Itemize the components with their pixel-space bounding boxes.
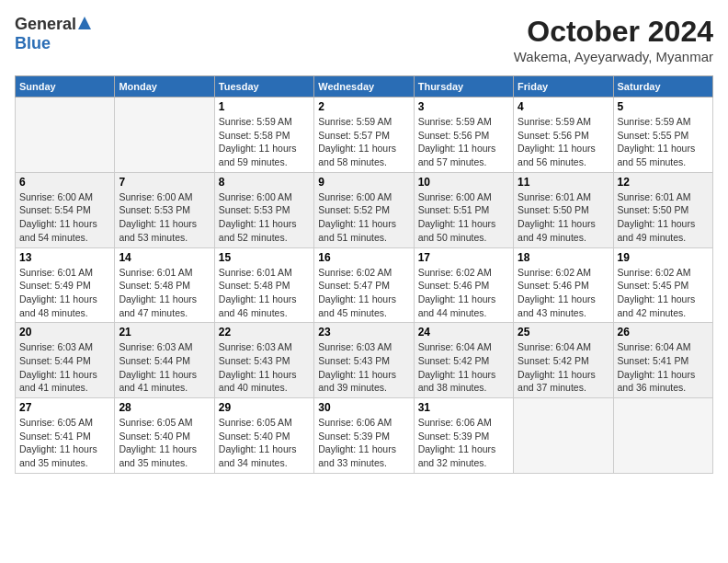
- day-number: 4: [518, 100, 609, 113]
- sunrise: Sunrise: 6:01 AM: [618, 191, 691, 202]
- day-header-thursday: Thursday: [414, 76, 513, 98]
- daylight: Daylight: 11 hours and 58 minutes.: [318, 143, 396, 167]
- sunset: Sunset: 5:44 PM: [119, 355, 190, 366]
- day-number: 5: [618, 100, 709, 113]
- day-info: Sunrise: 5:59 AM Sunset: 5:56 PM Dayligh…: [518, 115, 609, 169]
- day-info: Sunrise: 5:59 AM Sunset: 5:56 PM Dayligh…: [418, 115, 509, 169]
- day-number: 28: [119, 401, 210, 414]
- sunset: Sunset: 5:49 PM: [19, 280, 91, 291]
- day-number: 9: [318, 176, 409, 189]
- sunset: Sunset: 5:57 PM: [318, 130, 390, 141]
- day-number: 1: [219, 100, 310, 113]
- calendar-day-cell: 5 Sunrise: 5:59 AM Sunset: 5:55 PM Dayli…: [613, 98, 712, 173]
- daylight: Daylight: 11 hours and 56 minutes.: [518, 143, 596, 167]
- daylight: Daylight: 11 hours and 32 minutes.: [418, 443, 496, 468]
- sunset: Sunset: 5:45 PM: [618, 280, 689, 291]
- day-number: 3: [418, 100, 509, 113]
- daylight: Daylight: 11 hours and 47 minutes.: [119, 293, 197, 318]
- calendar-day-cell: 9 Sunrise: 6:00 AM Sunset: 5:52 PM Dayli…: [314, 172, 414, 247]
- sunrise: Sunrise: 6:04 AM: [418, 341, 492, 352]
- sunset: Sunset: 5:43 PM: [219, 355, 290, 366]
- sunrise: Sunrise: 5:59 AM: [618, 116, 691, 127]
- sunset: Sunset: 5:46 PM: [418, 280, 490, 291]
- day-header-monday: Monday: [115, 76, 214, 98]
- day-info: Sunrise: 5:59 AM Sunset: 5:57 PM Dayligh…: [318, 115, 409, 169]
- month-title: October 2024: [514, 15, 713, 49]
- calendar-day-cell: 30 Sunrise: 6:06 AM Sunset: 5:39 PM Dayl…: [314, 398, 414, 474]
- sunrise: Sunrise: 6:04 AM: [518, 341, 591, 352]
- sunrise: Sunrise: 6:02 AM: [418, 267, 492, 278]
- calendar-day-cell: 19 Sunrise: 6:02 AM Sunset: 5:45 PM Dayl…: [613, 247, 712, 323]
- day-header-sunday: Sunday: [16, 76, 115, 98]
- day-number: 27: [19, 401, 110, 414]
- logo: General Blue: [15, 15, 91, 53]
- sunrise: Sunrise: 6:05 AM: [19, 417, 93, 428]
- sunrise: Sunrise: 6:06 AM: [418, 417, 492, 428]
- day-number: 10: [418, 176, 509, 189]
- calendar-day-cell: [514, 398, 613, 474]
- day-info: Sunrise: 6:02 AM Sunset: 5:47 PM Dayligh…: [318, 266, 409, 320]
- sunset: Sunset: 5:46 PM: [518, 280, 589, 291]
- daylight: Daylight: 11 hours and 38 minutes.: [418, 369, 496, 394]
- calendar-day-cell: 6 Sunrise: 6:00 AM Sunset: 5:54 PM Dayli…: [16, 172, 115, 247]
- sunrise: Sunrise: 5:59 AM: [518, 116, 591, 127]
- day-info: Sunrise: 6:00 AM Sunset: 5:51 PM Dayligh…: [418, 190, 509, 245]
- sunset: Sunset: 5:53 PM: [119, 204, 190, 215]
- daylight: Daylight: 11 hours and 46 minutes.: [219, 293, 297, 318]
- day-number: 20: [19, 326, 110, 339]
- calendar-day-cell: 23 Sunrise: 6:03 AM Sunset: 5:43 PM Dayl…: [314, 323, 414, 398]
- day-number: 14: [119, 251, 210, 264]
- day-number: 6: [19, 176, 110, 189]
- calendar-header-row: SundayMondayTuesdayWednesdayThursdayFrid…: [16, 76, 713, 98]
- sunrise: Sunrise: 5:59 AM: [219, 116, 292, 127]
- day-info: Sunrise: 6:03 AM Sunset: 5:43 PM Dayligh…: [219, 340, 310, 395]
- sunset: Sunset: 5:41 PM: [618, 355, 689, 366]
- title-block: October 2024 Wakema, Ayeyarwady, Myanmar: [514, 15, 713, 64]
- sunset: Sunset: 5:44 PM: [19, 355, 91, 366]
- sunset: Sunset: 5:50 PM: [618, 204, 689, 215]
- daylight: Daylight: 11 hours and 48 minutes.: [19, 293, 97, 318]
- sunset: Sunset: 5:48 PM: [119, 280, 190, 291]
- calendar-day-cell: [115, 98, 214, 173]
- daylight: Daylight: 11 hours and 35 minutes.: [19, 443, 97, 468]
- day-number: 30: [318, 401, 409, 414]
- calendar-day-cell: 10 Sunrise: 6:00 AM Sunset: 5:51 PM Dayl…: [414, 172, 513, 247]
- sunrise: Sunrise: 6:03 AM: [119, 341, 192, 352]
- daylight: Daylight: 11 hours and 36 minutes.: [618, 369, 696, 394]
- calendar-day-cell: 1 Sunrise: 5:59 AM Sunset: 5:58 PM Dayli…: [214, 98, 313, 173]
- sunrise: Sunrise: 6:02 AM: [618, 267, 691, 278]
- logo-icon: [78, 17, 91, 33]
- sunset: Sunset: 5:39 PM: [318, 431, 390, 442]
- sunset: Sunset: 5:39 PM: [418, 431, 490, 442]
- day-info: Sunrise: 6:01 AM Sunset: 5:50 PM Dayligh…: [618, 190, 709, 245]
- day-number: 29: [219, 401, 310, 414]
- daylight: Daylight: 11 hours and 53 minutes.: [119, 218, 197, 243]
- sunset: Sunset: 5:58 PM: [219, 130, 290, 141]
- daylight: Daylight: 11 hours and 34 minutes.: [219, 443, 297, 468]
- day-header-wednesday: Wednesday: [314, 76, 414, 98]
- calendar-week-row: 27 Sunrise: 6:05 AM Sunset: 5:41 PM Dayl…: [16, 398, 713, 474]
- day-header-saturday: Saturday: [613, 76, 712, 98]
- daylight: Daylight: 11 hours and 41 minutes.: [119, 369, 197, 394]
- day-number: 11: [518, 176, 609, 189]
- day-number: 18: [518, 251, 609, 264]
- location: Wakema, Ayeyarwady, Myanmar: [514, 49, 713, 64]
- page-header: General Blue October 2024 Wakema, Ayeyar…: [15, 15, 713, 64]
- sunset: Sunset: 5:40 PM: [219, 431, 290, 442]
- day-info: Sunrise: 6:03 AM Sunset: 5:44 PM Dayligh…: [119, 340, 210, 395]
- day-number: 12: [618, 176, 709, 189]
- sunset: Sunset: 5:54 PM: [19, 204, 91, 215]
- sunset: Sunset: 5:41 PM: [19, 431, 91, 442]
- daylight: Daylight: 11 hours and 35 minutes.: [119, 443, 197, 468]
- calendar-day-cell: 15 Sunrise: 6:01 AM Sunset: 5:48 PM Dayl…: [214, 247, 313, 323]
- calendar-day-cell: 21 Sunrise: 6:03 AM Sunset: 5:44 PM Dayl…: [115, 323, 214, 398]
- day-info: Sunrise: 6:01 AM Sunset: 5:49 PM Dayligh…: [19, 266, 110, 320]
- day-info: Sunrise: 6:05 AM Sunset: 5:41 PM Dayligh…: [19, 416, 110, 470]
- calendar-day-cell: 20 Sunrise: 6:03 AM Sunset: 5:44 PM Dayl…: [16, 323, 115, 398]
- sunset: Sunset: 5:51 PM: [418, 204, 490, 215]
- calendar-day-cell: 4 Sunrise: 5:59 AM Sunset: 5:56 PM Dayli…: [514, 98, 613, 173]
- calendar-day-cell: 31 Sunrise: 6:06 AM Sunset: 5:39 PM Dayl…: [414, 398, 513, 474]
- calendar-table: SundayMondayTuesdayWednesdayThursdayFrid…: [15, 75, 713, 474]
- day-info: Sunrise: 5:59 AM Sunset: 5:55 PM Dayligh…: [618, 115, 709, 169]
- daylight: Daylight: 11 hours and 43 minutes.: [518, 293, 596, 318]
